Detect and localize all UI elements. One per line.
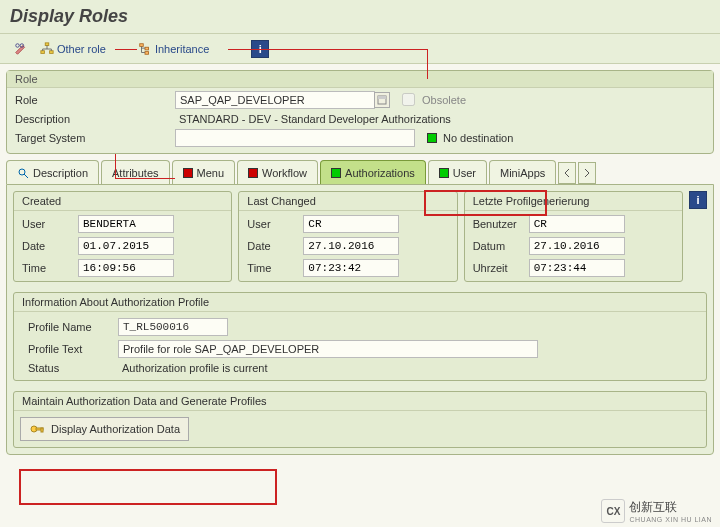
profgen-date-label: Datum xyxy=(469,240,529,252)
status-red-icon xyxy=(248,168,258,178)
tab-attributes-label: Attributes xyxy=(112,167,158,179)
highlight-box xyxy=(19,469,277,505)
svg-rect-13 xyxy=(41,428,43,432)
status-red-icon xyxy=(183,168,193,178)
maintain-title: Maintain Authorization Data and Generate… xyxy=(14,392,706,411)
tab-description[interactable]: Description xyxy=(6,160,99,184)
tab-authorizations-label: Authorizations xyxy=(345,167,415,179)
group-profile-info: Information About Authorization Profile … xyxy=(13,292,707,381)
group-changed-title: Last Changed xyxy=(239,192,456,211)
profgen-time-label: Uhrzeit xyxy=(469,262,529,274)
changed-user-label: User xyxy=(243,218,303,230)
magnifier-icon xyxy=(17,167,29,179)
toggle-edit-button[interactable] xyxy=(10,40,32,58)
status-indicator-icon xyxy=(427,133,437,143)
changed-date xyxy=(303,237,399,255)
tabstrip: Description Attributes Menu Workflow Aut… xyxy=(0,160,720,184)
status-green-icon xyxy=(331,168,341,178)
info-icon[interactable]: i xyxy=(251,40,269,58)
tree-icon xyxy=(138,42,152,56)
svg-point-0 xyxy=(16,43,20,47)
profile-text xyxy=(118,340,538,358)
page-title: Display Roles xyxy=(0,0,720,34)
svg-rect-5 xyxy=(140,43,144,46)
inheritance-button[interactable]: Inheritance xyxy=(134,40,213,58)
watermark-logo-icon: CX xyxy=(601,499,625,523)
hierarchy-icon xyxy=(40,42,54,56)
svg-rect-2 xyxy=(45,42,49,45)
tab-scroll-left[interactable] xyxy=(558,162,576,184)
toolbar: Other role Inheritance i xyxy=(0,34,720,64)
group-profgen-title: Letzte Profilgenerierung xyxy=(465,192,682,211)
group-profile-gen: Letzte Profilgenerierung Benutzer Datum … xyxy=(464,191,683,282)
profile-name-label: Profile Name xyxy=(28,321,118,333)
tab-menu-label: Menu xyxy=(197,167,225,179)
profile-status: Authorization profile is current xyxy=(118,362,268,374)
created-user xyxy=(78,215,174,233)
profgen-user-label: Benutzer xyxy=(469,218,529,230)
watermark: CX 创新互联 CHUANG XIN HU LIAN xyxy=(601,499,712,523)
changed-user xyxy=(303,215,399,233)
profgen-user xyxy=(529,215,625,233)
profile-info-title: Information About Authorization Profile xyxy=(14,293,706,312)
role-input[interactable] xyxy=(175,91,375,109)
profile-text-label: Profile Text xyxy=(28,343,118,355)
profile-name xyxy=(118,318,228,336)
inheritance-label: Inheritance xyxy=(155,43,209,55)
profgen-date xyxy=(529,237,625,255)
svg-rect-9 xyxy=(378,96,386,99)
obsolete-checkbox xyxy=(402,93,415,106)
profgen-time xyxy=(529,259,625,277)
created-user-label: User xyxy=(18,218,78,230)
obsolete-label: Obsolete xyxy=(422,94,466,106)
group-last-changed: Last Changed User Date Time xyxy=(238,191,457,282)
tab-attributes[interactable]: Attributes xyxy=(101,160,169,184)
created-date-label: Date xyxy=(18,240,78,252)
tab-miniapps-label: MiniApps xyxy=(500,167,545,179)
watermark-brand: 创新互联 xyxy=(629,499,712,516)
changed-time xyxy=(303,259,399,277)
svg-rect-3 xyxy=(41,50,45,53)
changed-date-label: Date xyxy=(243,240,303,252)
display-authorization-data-button[interactable]: Display Authorization Data xyxy=(20,417,189,441)
svg-rect-6 xyxy=(145,47,149,50)
description-value: STANDARD - DEV - Standard Developer Auth… xyxy=(175,113,451,125)
tab-description-label: Description xyxy=(33,167,88,179)
profile-status-label: Status xyxy=(28,362,118,374)
created-time xyxy=(78,259,174,277)
tab-workflow-label: Workflow xyxy=(262,167,307,179)
group-created: Created User Date Time xyxy=(13,191,232,282)
info-icon[interactable]: i xyxy=(689,191,707,209)
tab-user-label: User xyxy=(453,167,476,179)
tab-content: Created User Date Time Last Changed User… xyxy=(6,184,714,455)
tab-user[interactable]: User xyxy=(428,160,487,184)
tab-authorizations[interactable]: Authorizations xyxy=(320,160,426,184)
created-time-label: Time xyxy=(18,262,78,274)
target-label: Target System xyxy=(15,132,175,144)
other-role-button[interactable]: Other role xyxy=(36,40,110,58)
changed-time-label: Time xyxy=(243,262,303,274)
watermark-sub: CHUANG XIN HU LIAN xyxy=(629,516,712,523)
f4-help-icon[interactable] xyxy=(374,92,390,108)
key-icon xyxy=(29,421,45,437)
chevron-left-icon xyxy=(563,169,571,177)
tab-workflow[interactable]: Workflow xyxy=(237,160,318,184)
target-status: No destination xyxy=(443,132,513,144)
svg-rect-7 xyxy=(145,51,149,54)
created-date xyxy=(78,237,174,255)
tab-scroll-right[interactable] xyxy=(578,162,596,184)
role-panel: Role Role Obsolete Description STANDARD … xyxy=(6,70,714,154)
tab-miniapps[interactable]: MiniApps xyxy=(489,160,556,184)
description-label: Description xyxy=(15,113,175,125)
pencil-glasses-icon xyxy=(14,42,28,56)
role-label: Role xyxy=(15,94,175,106)
group-maintain: Maintain Authorization Data and Generate… xyxy=(13,391,707,448)
other-role-label: Other role xyxy=(57,43,106,55)
target-input[interactable] xyxy=(175,129,415,147)
svg-rect-4 xyxy=(50,50,54,53)
status-green-icon xyxy=(439,168,449,178)
display-auth-label: Display Authorization Data xyxy=(51,423,180,435)
tab-menu[interactable]: Menu xyxy=(172,160,236,184)
group-created-title: Created xyxy=(14,192,231,211)
role-panel-title: Role xyxy=(7,71,713,88)
